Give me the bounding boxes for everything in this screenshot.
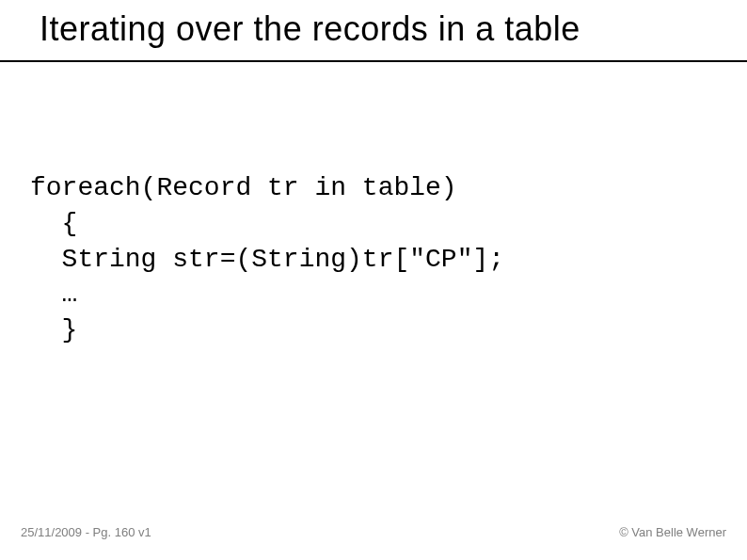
footer-date-page: 25/11/2009 - Pg. 160 v1	[21, 525, 151, 539]
slide-content: foreach(Record tr in table) { String str…	[0, 62, 747, 348]
slide-title: Iterating over the records in a table	[0, 0, 747, 60]
slide-container: Iterating over the records in a table fo…	[0, 0, 747, 560]
code-block: foreach(Record tr in table) { String str…	[30, 170, 747, 348]
slide-footer: 25/11/2009 - Pg. 160 v1 © Van Belle Wern…	[0, 525, 747, 539]
footer-copyright: © Van Belle Werner	[619, 525, 726, 539]
